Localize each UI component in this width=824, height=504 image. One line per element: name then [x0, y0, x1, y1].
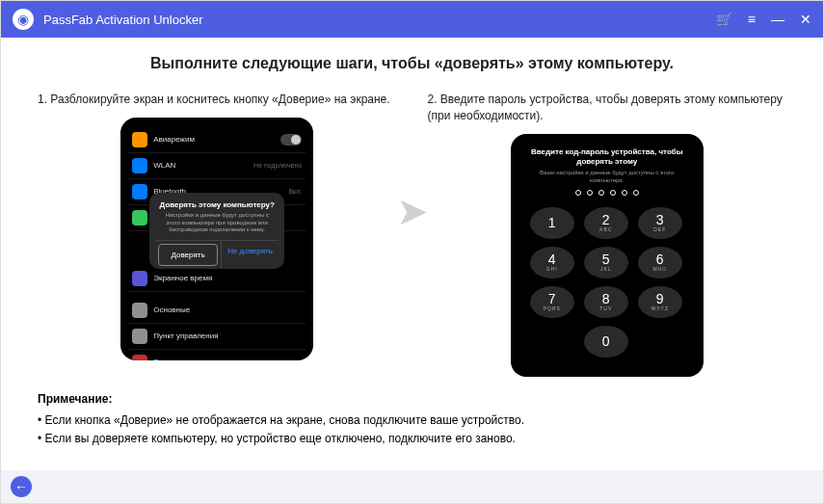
phone-mockup-passcode: Введите код-пароль устройства, чтобы дов…	[511, 134, 704, 377]
note-item: • Если кнопка «Доверие» не отображается …	[38, 411, 786, 430]
titlebar: ◉ PassFab Activation Unlocker 🛒 ≡ — ✕	[1, 1, 823, 38]
menu-icon[interactable]: ≡	[748, 13, 756, 26]
setting-row: Экран и яркость	[128, 350, 306, 360]
key-1[interactable]: 1	[530, 207, 574, 239]
step1-column: 1. Разблокируйте экран и коснитесь кнопк…	[38, 92, 397, 377]
page-heading: Выполните следующие шаги, чтобы «доверят…	[38, 55, 786, 72]
control-center-icon	[132, 329, 147, 344]
setting-row: Авиарежим	[128, 127, 306, 153]
trust-button[interactable]: Доверять	[158, 244, 218, 266]
step2-label: 2. Введите пароль устройства, чтобы дове…	[428, 92, 787, 124]
key-5[interactable]: 5JKL	[584, 247, 628, 279]
notes-section: Примечание: • Если кнопка «Доверие» не о…	[38, 392, 786, 448]
step1-label: 1. Разблокируйте экран и коснитесь кнопк…	[38, 92, 397, 108]
cellular-icon	[132, 210, 147, 225]
key-7[interactable]: 7PQRS	[530, 286, 574, 318]
general-icon	[132, 303, 147, 318]
dont-trust-button[interactable]: Не доверять	[221, 241, 279, 269]
passcode-title: Введите код-пароль устройства, чтобы дов…	[526, 147, 688, 168]
notes-title: Примечание:	[38, 392, 786, 406]
minimize-button[interactable]: —	[771, 13, 784, 26]
display-icon	[132, 355, 147, 360]
footer-bar: ←	[1, 470, 823, 503]
trust-dialog: Доверять этому компьютеру? Настройки и д…	[149, 193, 284, 269]
numeric-keypad: 1 2ABC 3DEF 4GHI 5JKL 6MNO 7PQRS 8TUV 9W…	[518, 201, 696, 363]
passcode-subtitle: Ваши настройки и данные будут доступны с…	[526, 170, 688, 183]
arrow-right-icon: ➤	[396, 189, 429, 233]
close-button[interactable]: ✕	[800, 13, 811, 26]
phone-mockup-trust: Авиарежим WLANНе подключено BluetoothВкл…	[120, 118, 313, 360]
bluetooth-icon	[132, 184, 147, 199]
step2-column: 2. Введите пароль устройства, чтобы дове…	[428, 92, 787, 377]
key-0[interactable]: 0	[584, 326, 628, 358]
key-8[interactable]: 8TUV	[584, 286, 628, 318]
dialog-text: Настройки и данные будут доступны с этог…	[155, 212, 279, 234]
setting-row: Основные	[128, 298, 306, 324]
back-button[interactable]: ←	[11, 476, 32, 497]
airplane-icon	[132, 132, 147, 147]
setting-row: Пункт управления	[128, 324, 306, 350]
setting-row: WLANНе подключено	[128, 153, 306, 179]
window-controls: 🛒 ≡ — ✕	[716, 13, 811, 26]
note-item: • Если вы доверяете компьютеру, но устро…	[38, 430, 786, 448]
key-4[interactable]: 4GHI	[530, 247, 574, 279]
cart-icon[interactable]: 🛒	[716, 13, 732, 26]
key-2[interactable]: 2ABC	[584, 207, 628, 239]
key-6[interactable]: 6MNO	[638, 247, 682, 279]
dialog-title: Доверять этому компьютеру?	[155, 200, 279, 209]
key-3[interactable]: 3DEF	[638, 207, 682, 239]
wifi-icon	[132, 158, 147, 173]
app-title: PassFab Activation Unlocker	[43, 13, 716, 27]
setting-row: Экранное время	[128, 266, 306, 292]
screentime-icon	[132, 271, 147, 286]
toggle-switch	[280, 134, 302, 146]
main-content: Выполните следующие шаги, чтобы «доверят…	[1, 38, 823, 448]
app-logo-icon: ◉	[13, 9, 34, 30]
passcode-dots	[526, 190, 688, 196]
key-9[interactable]: 9WXYZ	[638, 286, 682, 318]
